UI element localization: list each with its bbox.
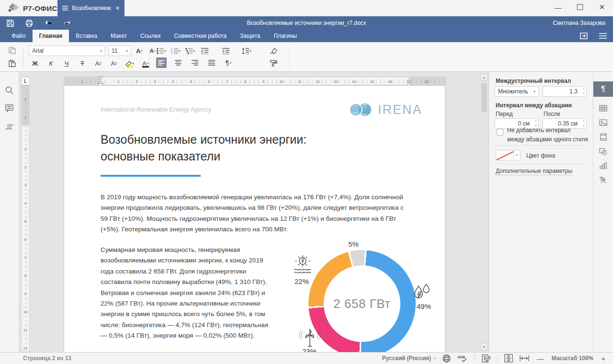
comments-icon[interactable] xyxy=(2,102,17,115)
print-icon[interactable] xyxy=(25,19,34,27)
bullet-list-button[interactable]: ▾ xyxy=(156,46,167,56)
image-settings-icon[interactable] xyxy=(596,116,611,129)
scroll-up-icon[interactable]: ▲ xyxy=(481,74,488,80)
scroll-thumb[interactable] xyxy=(481,83,487,112)
h-ruler[interactable]: 1123456789101112131415161718 xyxy=(64,77,445,85)
maximize-button[interactable]: ☐ xyxy=(569,0,591,14)
line-spacing-type-select[interactable]: Множитель▾ xyxy=(495,86,539,97)
font-size-select[interactable]: 11 ▾ xyxy=(108,46,131,56)
line-spacing-button[interactable]: ▾ xyxy=(241,46,252,56)
numbered-list-button[interactable]: 123▾ xyxy=(170,46,181,56)
menu-tab-insert[interactable]: Вставка xyxy=(69,30,104,42)
no-spacing-checkbox[interactable] xyxy=(497,129,503,136)
header-footer-settings-icon[interactable] xyxy=(596,130,611,144)
open-file-location-icon[interactable] xyxy=(579,32,588,40)
strikethrough-button[interactable]: Т xyxy=(77,58,88,68)
menu-tab-references[interactable]: Ссылки xyxy=(134,30,167,42)
ruler-number: 4 xyxy=(171,80,174,84)
document-tab[interactable]: Возобновляем... ✕ xyxy=(57,0,125,16)
table-settings-icon[interactable] xyxy=(596,102,611,115)
document-page[interactable]: International Renewable Energy Agency IR… xyxy=(64,85,445,352)
italic-button[interactable]: К xyxy=(45,58,56,68)
menu-tab-plugins[interactable]: Плагины xyxy=(267,30,304,42)
zoom-in-button[interactable]: + xyxy=(600,354,606,363)
scroll-down-icon[interactable]: ▼ xyxy=(481,343,488,350)
line-spacing-value-input[interactable]: 1.3 ˄˅ xyxy=(543,86,587,97)
paragraph-1[interactable]: В 2019 году мощность возобновляемой гене… xyxy=(101,192,412,235)
copy-icon[interactable] xyxy=(7,45,17,56)
save-icon[interactable] xyxy=(6,19,14,27)
align-left-button[interactable] xyxy=(156,57,167,68)
justify-button[interactable] xyxy=(206,57,217,68)
underline-button[interactable]: Ч xyxy=(61,58,72,68)
bg-color-swatch[interactable] xyxy=(496,150,514,160)
language-select[interactable]: Русский (Россия)˄ xyxy=(382,355,436,362)
shape-settings-icon[interactable] xyxy=(596,145,611,158)
no-spacing-checkbox-label[interactable]: Не добавлять интервал между абзацами одн… xyxy=(507,126,589,144)
fit-page-icon[interactable] xyxy=(504,354,513,363)
multilevel-list-button[interactable]: ▾ xyxy=(185,46,195,56)
menu-tab-file[interactable]: Файл xyxy=(5,30,33,42)
menu-tab-home[interactable]: Главная xyxy=(33,30,69,42)
chart-label-solar: 22% xyxy=(291,277,312,285)
align-right-button[interactable] xyxy=(190,57,200,68)
tab-close-icon[interactable]: ✕ xyxy=(115,5,120,11)
page-indicator[interactable]: Страница 2 из 13 xyxy=(23,355,71,362)
fit-width-icon[interactable] xyxy=(520,355,529,362)
decrease-indent-button[interactable] xyxy=(199,46,210,56)
show-paragraph-marks-button[interactable]: ¶▾ xyxy=(223,57,234,68)
tab-stop-selector[interactable]: L xyxy=(21,77,30,85)
clear-style-icon[interactable] xyxy=(268,46,279,56)
superscript-button[interactable]: A2 xyxy=(93,58,103,68)
chevron-down-icon: ▾ xyxy=(126,49,128,53)
font-name-select[interactable]: Arial ▾ xyxy=(29,46,105,56)
v-ruler[interactable]: 21123456789101112 xyxy=(21,85,30,352)
user-name[interactable]: Светлана Захарова xyxy=(553,16,605,30)
paragraph-settings-icon[interactable]: ¶ xyxy=(593,81,613,97)
ruler-number: 2 xyxy=(24,165,26,169)
text-art-settings-icon[interactable]: Ta xyxy=(596,173,611,187)
bold-button[interactable]: Ж xyxy=(30,58,40,68)
ruler-number: 1 xyxy=(24,115,26,119)
menu-tab-layout[interactable]: Макет xyxy=(104,30,134,42)
spellcheck-icon[interactable]: АБВ xyxy=(457,354,468,363)
wind-turbine-icon xyxy=(299,328,321,349)
ruler-number: 7 xyxy=(24,255,26,260)
track-changes-icon[interactable] xyxy=(482,354,490,363)
solar-sun-icon xyxy=(293,254,313,277)
ruler-number: 1 xyxy=(81,80,84,84)
ruler-number: 7 xyxy=(226,80,228,84)
chart-settings-icon[interactable] xyxy=(596,159,611,172)
doc-heading[interactable]: Возобновляемые источники энергии: основн… xyxy=(101,131,306,165)
highlight-color-button[interactable]: ▾ xyxy=(125,58,135,68)
advanced-settings-link[interactable]: Дополнительные параметры xyxy=(496,168,572,175)
redo-icon[interactable] xyxy=(63,19,72,27)
increase-font-icon[interactable]: A˄ xyxy=(134,46,145,56)
navigation-headings-icon[interactable] xyxy=(2,121,17,134)
zoom-level[interactable]: Масштаб 100% xyxy=(552,355,593,362)
paragraph-2[interactable]: Суммарная мировая мощность, генерируемая… xyxy=(101,245,271,341)
zoom-out-button[interactable]: — xyxy=(536,354,545,363)
v-scrollbar[interactable]: ▲ ▼ xyxy=(481,74,488,350)
align-center-button[interactable] xyxy=(173,57,183,68)
close-button[interactable]: ✕ xyxy=(591,0,613,14)
donut-hole: 2 658 ГВт xyxy=(324,265,400,342)
increase-indent-button[interactable] xyxy=(220,46,231,56)
document-viewport[interactable]: L 1123456789101112131415161718 211234567… xyxy=(19,72,488,352)
donut-chart[interactable]: 2 658 ГВт xyxy=(308,250,416,352)
undo-icon[interactable] xyxy=(44,19,53,27)
minimize-button[interactable]: — xyxy=(547,0,569,14)
menu-tab-collaboration[interactable]: Совместная работа xyxy=(167,30,233,42)
menu-tab-protection[interactable]: Защита xyxy=(233,30,267,42)
paragraph-settings-panel: Междустрочный интервал Множитель▾ 1.3 ˄˅… xyxy=(488,72,593,352)
chevron-down-icon: ▾ xyxy=(100,49,102,53)
svg-text:3: 3 xyxy=(171,52,172,54)
bg-color-dropdown-icon[interactable]: ▾ xyxy=(514,150,521,160)
paste-icon[interactable] xyxy=(7,58,17,68)
subscript-button[interactable]: A2 xyxy=(109,58,119,68)
document-language-icon[interactable] xyxy=(443,354,451,363)
search-icon[interactable] xyxy=(2,83,17,97)
view-settings-icon[interactable] xyxy=(599,32,607,40)
doc-header-text[interactable]: International Renewable Energy Agency xyxy=(101,106,211,113)
copy-style-icon[interactable] xyxy=(268,58,279,68)
